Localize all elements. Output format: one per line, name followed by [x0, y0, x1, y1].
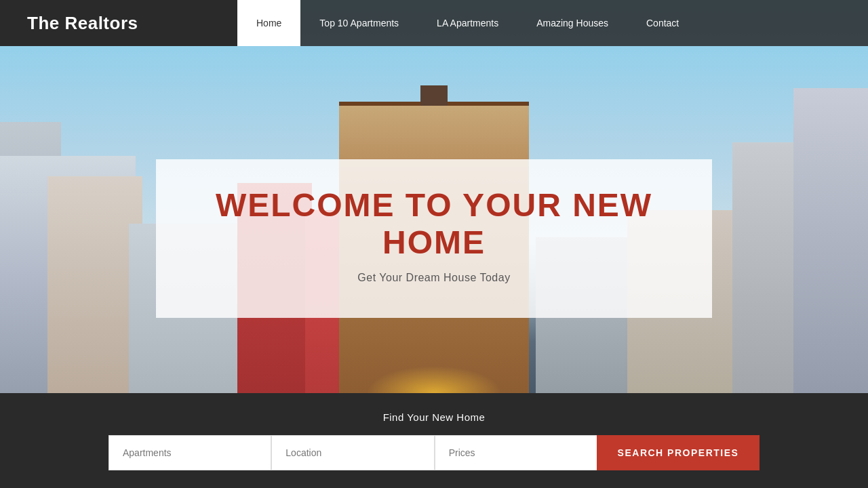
search-label: Find Your New Home: [383, 411, 486, 423]
nav-top10[interactable]: Top 10 Apartments: [300, 0, 418, 46]
navbar-links: Home Top 10 Apartments LA Apartments Ama…: [237, 0, 868, 46]
nav-home[interactable]: Home: [237, 0, 300, 46]
navbar: The Realtors Home Top 10 Apartments LA A…: [0, 0, 868, 46]
prices-input[interactable]: [435, 435, 597, 470]
nav-contact[interactable]: Contact: [627, 0, 698, 46]
hero-overlay: WELCOME TO YOUR NEW HOME Get Your Dream …: [156, 159, 712, 318]
nav-la-apartments[interactable]: LA Apartments: [418, 0, 517, 46]
brand-name: The Realtors: [27, 13, 138, 34]
apartments-input[interactable]: [108, 435, 271, 470]
search-properties-button[interactable]: SEARCH PROPERTIES: [597, 435, 760, 470]
building-left-3: [47, 176, 142, 413]
location-input[interactable]: [271, 435, 434, 470]
hero-subtitle: Get Your Dream House Today: [197, 272, 671, 284]
building-far-right: [793, 88, 868, 413]
hero-title: WELCOME TO YOUR NEW HOME: [197, 186, 671, 261]
navbar-brand: The Realtors: [0, 0, 237, 46]
hero-section: WELCOME TO YOUR NEW HOME Get Your Dream …: [0, 0, 868, 488]
building-center-top: [420, 85, 448, 106]
search-section: Find Your New Home SEARCH PROPERTIES: [0, 393, 868, 488]
nav-amazing-houses[interactable]: Amazing Houses: [517, 0, 627, 46]
search-bar: SEARCH PROPERTIES: [108, 435, 760, 470]
